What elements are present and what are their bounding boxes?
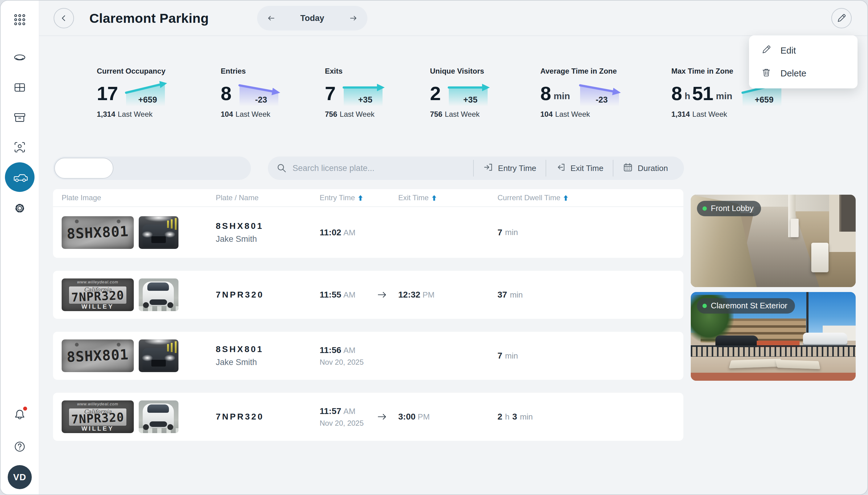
context-menu: EditDelete — [749, 35, 857, 88]
filter-exit-time[interactable]: Exit Time — [548, 162, 611, 175]
exit-time-cell: 3:00PM — [398, 393, 430, 441]
dwell-number: 7 — [498, 228, 502, 238]
stat-label: Unique Visitors — [430, 67, 492, 75]
trend-delta: +659 — [754, 95, 773, 104]
online-status-dot — [702, 304, 707, 308]
stats-row: Current Occupancy 17 +659 1,314Last Week… — [39, 67, 867, 125]
stat-value-unit: min — [554, 91, 570, 101]
stat-card: Unique Visitors 2 +35 756Last Week — [430, 67, 492, 119]
trend-delta: +35 — [463, 95, 478, 104]
stat-card: Current Occupancy 17 +659 1,314Last Week — [97, 67, 169, 119]
table-row[interactable]: 8SHX801 8SHX801 Jake Smith 11:02AM 7min — [53, 207, 683, 258]
driver-name: Jake Smith — [216, 234, 264, 244]
plate-image: 8SHX801 — [62, 339, 134, 372]
edit-zone-button[interactable] — [831, 8, 852, 28]
tab-all[interactable] — [54, 158, 114, 179]
images-cell: www.willeydeal.com California 7NPR320 WI… — [62, 393, 179, 441]
table-row[interactable]: 8SHX801 8SHX801 Jake Smith 11:56AM Nov 2… — [53, 332, 683, 380]
avatar[interactable]: VD — [8, 465, 32, 489]
trend-arrow-icon: -23 — [577, 79, 623, 107]
help-icon[interactable] — [10, 437, 30, 457]
stat-value-number: 7 — [325, 82, 335, 104]
entry-date: Nov 20, 2025 — [320, 358, 364, 366]
stat-subtext: 1,314Last Week — [97, 110, 169, 119]
column-header-entry-time[interactable]: Entry Time — [320, 189, 363, 206]
dwell-unit: min — [505, 228, 518, 237]
stat-value-number: 8 — [540, 82, 551, 104]
layout-grid-icon[interactable] — [10, 78, 30, 97]
table-card: Plate Image Plate / Name Entry Time Exit… — [53, 189, 683, 258]
trend-arrow-icon: -23 — [236, 79, 283, 107]
archive-box-icon[interactable] — [10, 107, 30, 127]
table-header: Plate Image Plate / Name Entry Time Exit… — [53, 189, 683, 207]
plate-name-cell: 8SHX801 Jake Smith — [216, 207, 264, 258]
table-row[interactable]: www.willeydeal.com California 7NPR320 WI… — [53, 393, 683, 441]
sort-asc-icon[interactable] — [432, 195, 437, 201]
dwell-unit: min — [505, 351, 518, 361]
column-header-plate-name: Plate / Name — [216, 189, 258, 206]
entry-time-cell: 11:57AM Nov 20, 2025 — [320, 393, 364, 441]
stat-value-row: 2 +35 — [430, 79, 492, 108]
prev-day-arrow-icon[interactable] — [266, 13, 276, 23]
search-icon — [277, 163, 287, 173]
search-input[interactable] — [293, 164, 471, 173]
table-card: www.willeydeal.com California 7NPR320 WI… — [53, 271, 683, 319]
stat-value: 8min — [540, 82, 572, 104]
stat-label: Current Occupancy — [97, 67, 169, 75]
plate-image-number: 8SHX801 — [62, 222, 134, 242]
stat-card: Average Time in Zone 8min -23 104Last We… — [540, 67, 623, 119]
sort-asc-icon[interactable] — [563, 195, 568, 201]
plate-region-text: California — [62, 408, 134, 415]
stat-label: Entries — [221, 67, 283, 75]
plate-frame-bottom-text: WILLEY — [62, 303, 134, 310]
camera-tile-lobby[interactable]: Front Lobby — [691, 195, 856, 287]
camera-tile-street[interactable]: Claremont St Exterior — [691, 292, 856, 381]
stat-value-number: 8 — [671, 82, 682, 104]
back-button[interactable] — [54, 8, 74, 28]
plate-number: 8SHX801 — [216, 221, 264, 231]
column-header-current-dwell-time[interactable]: Current Dwell Time — [498, 189, 568, 206]
plate-name-cell: 7NPR320 — [216, 393, 264, 441]
next-day-arrow-icon[interactable] — [348, 13, 358, 23]
calendar-icon — [623, 162, 633, 175]
bell-icon[interactable] — [10, 405, 30, 425]
apps-grid-icon[interactable] — [10, 10, 30, 30]
menu-item-edit[interactable]: Edit — [749, 39, 857, 62]
table-row[interactable]: www.willeydeal.com California 7NPR320 WI… — [53, 271, 683, 319]
stat-value-row: 7 +35 — [325, 79, 387, 108]
camera-dome-icon[interactable] — [10, 48, 30, 68]
header-divider — [39, 35, 867, 36]
vehicle-nav-active[interactable] — [5, 162, 35, 192]
trend-arrow-icon: +35 — [446, 79, 492, 107]
dwell-number: 2 — [498, 412, 502, 422]
vehicle-image — [139, 400, 179, 433]
entry-time-cell: 11:55AM — [320, 271, 355, 319]
stat-value-unit: h — [685, 91, 690, 101]
menu-item-delete[interactable]: Delete — [749, 62, 857, 85]
menu-item-label: Delete — [781, 68, 806, 79]
date-label[interactable]: Today — [300, 14, 324, 23]
table-card: 8SHX801 8SHX801 Jake Smith 11:56AM Nov 2… — [53, 332, 683, 380]
plate-frame-top-text: www.willeydeal.com — [62, 402, 134, 406]
stat-value: 7 — [325, 82, 335, 104]
stat-subtext: 756Last Week — [430, 110, 492, 119]
camera-label: Front Lobby — [697, 201, 761, 216]
filter-entry-time[interactable]: Entry Time — [475, 162, 544, 175]
settings-gear-icon[interactable] — [10, 198, 30, 218]
person-scan-icon[interactable] — [10, 137, 30, 157]
trend-delta: +659 — [138, 95, 157, 104]
stat-card: Entries 8 -23 104Last Week — [221, 67, 283, 119]
sort-asc-icon[interactable] — [358, 195, 363, 201]
images-cell: www.willeydeal.com California 7NPR320 WI… — [62, 271, 179, 319]
camera-feeds: Front Lobby Claremont St Exterior — [691, 195, 856, 381]
plate-name-cell: 7NPR320 — [216, 271, 264, 319]
column-header-exit-time[interactable]: Exit Time — [398, 189, 437, 206]
plate-image: www.willeydeal.com California 7NPR320 WI… — [62, 278, 134, 311]
trend-delta: -23 — [255, 95, 267, 104]
exit-arrow-icon — [555, 162, 566, 175]
stat-subtext: 1,314Last Week — [671, 110, 786, 119]
stat-value-number: 2 — [430, 82, 440, 104]
sidebar: VD — [1, 1, 39, 494]
filter-duration[interactable]: Duration — [615, 162, 675, 175]
stat-value-number: 8 — [221, 82, 231, 104]
